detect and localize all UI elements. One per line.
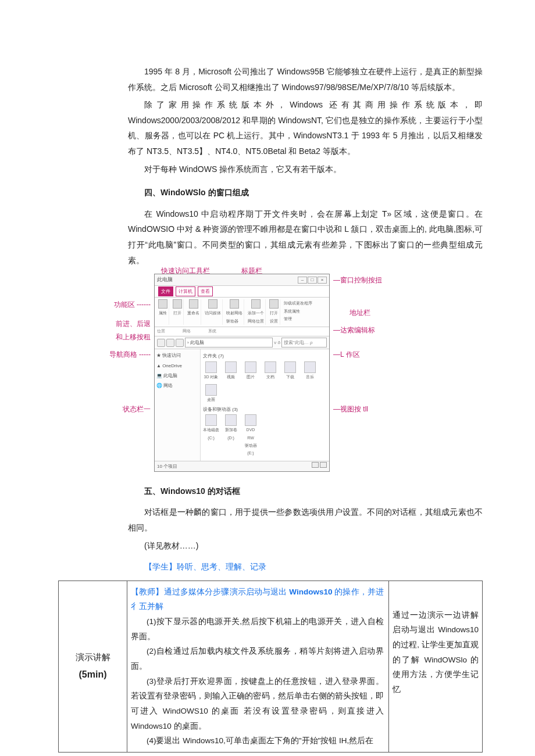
folders-group-title: 文件夹 (7): [203, 352, 327, 360]
student-line: 【学生】聆听、思考、理解、记录: [58, 559, 483, 575]
step-1: (1)按下显示器的电源开关,然后按下机箱上的电源开关，进入自检界面。: [131, 614, 384, 644]
close-icon[interactable]: ×: [318, 277, 327, 284]
min-icon[interactable]: –: [298, 277, 307, 284]
section4-title: 四、WindoWSlo 的窗口组成: [58, 185, 483, 200]
lesson-table: 演示讲解 (5min) 【教师】通过多媒体分步骤演示启动与退出 Windows1…: [58, 581, 483, 753]
ribbon-icon[interactable]: [189, 299, 198, 309]
label-qat: 快速访问工具栏: [161, 264, 210, 278]
section5-title: 五、Windows10 的对话框: [58, 483, 483, 499]
mock-status-bar: 10 个项目: [155, 461, 329, 471]
mock-window-controls: –□×: [297, 275, 327, 285]
mock-tabs: 文件 计算机 查看: [155, 286, 329, 298]
paragraph-3: 对于每种 WindOWS 操作系统而言，它又有若干版本。: [58, 162, 483, 177]
devices-group-title: 设备和驱动器 (3): [203, 405, 327, 414]
side-item[interactable]: ★ 快速访问: [156, 350, 198, 360]
folder-icon[interactable]: [205, 361, 217, 373]
label-view: —视图按 tll: [333, 403, 368, 416]
step-4: (4)要退出 Windows10,可单击桌面左下角的"开始"按钮 IH,然后在: [131, 733, 384, 748]
folder-icon[interactable]: [245, 361, 256, 373]
view-icon[interactable]: [312, 462, 319, 468]
tab-2[interactable]: 查看: [198, 286, 213, 296]
mock-address-bar: › 此电脑 v ð 搜索"此电… ρ: [155, 336, 329, 349]
label-ribbon: 功能区 ------: [92, 298, 151, 311]
ribbon-icon[interactable]: [269, 299, 279, 309]
label-addr: 地址栏: [349, 306, 370, 320]
lesson-right-cell: 通过一边演示一边讲解启动与退出 Windows10 的过程, 让学生更加直观的了…: [389, 581, 482, 752]
mock-nav-pane: ★ 快速访问 ▲ OneDrive 💻 此电脑 🌐 网络: [155, 349, 201, 460]
label-search: —达索编辑标: [333, 324, 375, 337]
address-path[interactable]: › 此电脑: [185, 338, 273, 347]
step-2: (2)自检通过后加载内核文件及系统服务，稍等片刻将进入启动界面。: [131, 644, 384, 673]
max-icon[interactable]: □: [308, 277, 317, 284]
label-work: —L 作区: [333, 348, 360, 361]
label-status: 状态栏一: [92, 403, 151, 416]
back-icon[interactable]: [157, 339, 165, 347]
lesson-left-time: (5min): [76, 666, 110, 683]
window-figure: 快速访问工具栏 标题栏 功能区 ------ 前进、后退 和上移按租 导航商格 …: [131, 274, 410, 472]
teacher-lead: 【教师】通过多媒体分步骤演示启动与退出 Windows10 的操作，并进彳五并解: [131, 587, 384, 611]
paragraph-1: 1995 年 8 月，Microsoft 公司推出了 Windows95B 它能…: [58, 64, 483, 95]
folder-icon[interactable]: [304, 361, 316, 373]
side-item[interactable]: ▲ OneDrive: [156, 361, 198, 371]
drive-icon[interactable]: [225, 414, 237, 426]
forward-icon[interactable]: [166, 339, 174, 347]
section5-p2: (详见教材……): [58, 538, 483, 554]
lesson-mid-cell: 【教师】通过多媒体分步骤演示启动与退出 Windows10 的操作，并进彳五并解…: [127, 581, 389, 752]
label-titlebar: 标题栏: [241, 264, 262, 278]
label-navbtn: 前进、后退 和上移按租: [92, 317, 151, 344]
up-icon[interactable]: [176, 339, 184, 347]
section5-p1: 对话框是一种麟的窗口，用于提供一些参数选项供用户设置。不同的对话框，其组成元素也…: [58, 504, 483, 535]
lesson-left-title: 演示讲解: [76, 649, 110, 666]
drive-icon[interactable]: [245, 414, 256, 426]
paragraph-2: 除了家用操作系统版本外，Windows 还有其商用操作系统版本，即 Window…: [58, 97, 483, 159]
ribbon-icon[interactable]: [173, 299, 182, 309]
tab-0[interactable]: 文件: [158, 286, 173, 296]
side-item[interactable]: 💻 此电脑: [156, 371, 198, 381]
document-page: 1995 年 8 月，Microsoft 公司推出了 Windows95B 它能…: [0, 0, 535, 756]
mock-window: 此电脑 –□× 文件 计算机 查看 属性 打开 重命名 访问媒体 映射网络 驱动…: [154, 274, 330, 472]
view-icon[interactable]: [320, 462, 327, 468]
mock-ribbon: 属性 打开 重命名 访问媒体 映射网络 驱动器 添加一个 网络位置 打开 设置 …: [155, 298, 329, 327]
folder-icon[interactable]: [205, 384, 217, 396]
tab-1[interactable]: 计算机: [176, 286, 195, 296]
status-text: 10 个项目: [157, 462, 177, 471]
lesson-left-cell: 演示讲解 (5min): [59, 581, 127, 752]
search-input[interactable]: 搜索"此电… ρ: [281, 338, 327, 347]
ribbon-icon[interactable]: [230, 299, 239, 309]
label-ctrl: —窗口控制按扭: [333, 274, 382, 287]
folder-icon[interactable]: [225, 361, 237, 373]
side-item[interactable]: 🌐 网络: [156, 381, 198, 390]
folder-icon[interactable]: [284, 361, 296, 373]
drive-icon[interactable]: [205, 414, 217, 426]
folder-icon[interactable]: [265, 361, 276, 373]
step-3: (3)登录后打开欢迎界面，按键盘上的任意按钮，进入登录界面。若设置有登录密码，则…: [131, 674, 384, 734]
ribbon-icon[interactable]: [208, 299, 217, 309]
ribbon-icon[interactable]: [158, 299, 167, 309]
ribbon-icon[interactable]: [251, 299, 261, 309]
mock-work-area: 文件夹 (7) 3D 对象 视频 图片 文档 下载 音乐 桌面 设备和驱动器 (…: [201, 349, 329, 460]
label-navpane: 导航商格 -----: [92, 348, 151, 361]
section4-p1: 在 Windows10 中启动程序期丁开文件夹时，会在屏幕上划定 T» 区域，这…: [58, 206, 483, 268]
